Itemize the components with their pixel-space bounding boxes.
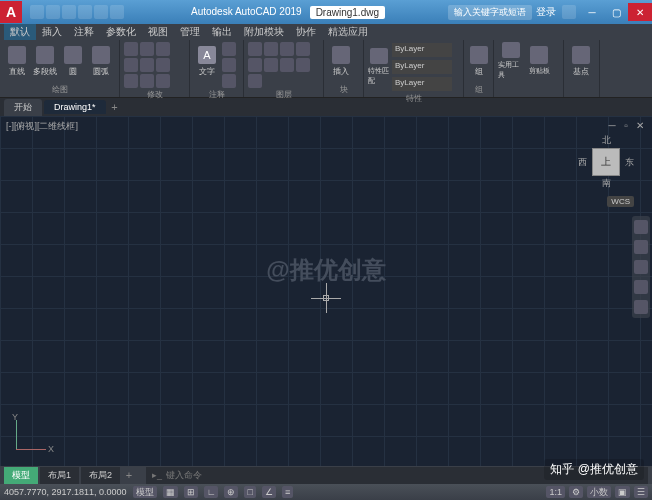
layout-tab-model[interactable]: 模型 [4,467,38,484]
tab-output[interactable]: 输出 [206,24,238,40]
minimize-button[interactable]: ─ [580,3,604,21]
tab-collab[interactable]: 协作 [290,24,322,40]
help-icon[interactable] [562,5,576,19]
search-input[interactable]: 输入关键字或短语 [448,5,532,20]
layer-match-icon[interactable] [248,74,262,88]
close-button[interactable]: ✕ [628,3,652,21]
status-grid-icon[interactable]: ▦ [163,486,178,498]
status-gear-icon[interactable]: ⚙ [569,486,583,498]
doc-tab-drawing1[interactable]: Drawing1* [44,100,106,114]
viewcube[interactable]: 上 北 南 西 东 [578,134,634,190]
layer-freeze-icon[interactable] [280,42,294,56]
nav-zoom-icon[interactable] [634,260,648,274]
line-tool[interactable]: 直线 [4,42,30,80]
nav-orbit-icon[interactable] [634,280,648,294]
group-tool[interactable]: 组 [468,42,489,80]
status-otrack-icon[interactable]: ∠ [262,486,276,498]
nav-wheel-icon[interactable] [634,220,648,234]
status-osnap-icon[interactable]: □ [244,486,255,498]
tab-view[interactable]: 视图 [142,24,174,40]
basepoint-tool[interactable]: 基点 [568,42,594,80]
tab-featured[interactable]: 精选应用 [322,24,374,40]
qat-new-icon[interactable] [30,5,44,19]
util-tool[interactable]: 实用工具 [498,42,524,80]
qat-print-icon[interactable] [110,5,124,19]
calc-icon [502,42,520,58]
clipboard-tool[interactable]: 剪贴板 [526,42,552,80]
arc-icon [92,46,110,64]
status-ortho-icon[interactable]: ∟ [204,486,219,498]
doc-restore-icon[interactable]: ▫ [620,120,632,132]
maximize-button[interactable]: ▢ [604,3,628,21]
layer-on-icon[interactable] [264,58,278,72]
scale-icon[interactable] [140,74,154,88]
text-tool[interactable]: A文字 [194,42,220,80]
copy-icon[interactable] [124,58,138,72]
layout-tab-2[interactable]: 布局2 [81,467,120,484]
trim-icon[interactable] [156,42,170,56]
layout-tab-1[interactable]: 布局1 [40,467,79,484]
user-login[interactable]: 登录 [536,5,556,19]
tab-parametric[interactable]: 参数化 [100,24,142,40]
status-decimal[interactable]: 小数 [587,486,611,498]
status-scale[interactable]: 1:1 [546,486,565,498]
qat-save-icon[interactable] [62,5,76,19]
viewcube-west[interactable]: 西 [578,156,587,169]
match-prop-tool[interactable]: 特性匹配 [368,48,390,86]
status-custom-icon[interactable]: ☰ [634,486,648,498]
rotate-icon[interactable] [140,42,154,56]
arc-tool[interactable]: 圆弧 [88,42,114,80]
mirror-icon[interactable] [140,58,154,72]
dim-icon[interactable] [222,42,236,56]
fillet-icon[interactable] [156,58,170,72]
viewcube-north[interactable]: 北 [602,134,611,147]
layer-prop-icon[interactable] [248,42,262,56]
qat-open-icon[interactable] [46,5,60,19]
status-iso-icon[interactable]: ▣ [615,486,630,498]
circle-tool[interactable]: 圆 [60,42,86,80]
viewcube-south[interactable]: 南 [602,177,611,190]
wcs-badge[interactable]: WCS [607,196,634,207]
table-icon[interactable] [222,74,236,88]
layer-thaw-icon[interactable] [280,58,294,72]
app-icon[interactable]: A [0,1,22,23]
polyline-tool[interactable]: 多段线 [32,42,58,80]
nav-pan-icon[interactable] [634,240,648,254]
stretch-icon[interactable] [124,74,138,88]
doc-close-icon[interactable]: ✕ [634,120,646,132]
qat-undo-icon[interactable] [78,5,92,19]
ucs-icon[interactable]: Y X [10,416,50,456]
qat-redo-icon[interactable] [94,5,108,19]
tab-insert[interactable]: 插入 [36,24,68,40]
status-snap-icon[interactable]: ⊞ [184,486,198,498]
layer-off-icon[interactable] [264,42,278,56]
move-icon[interactable] [124,42,138,56]
view-label[interactable]: [-][俯视][二维线框] [6,120,78,133]
status-model[interactable]: 模型 [133,486,157,498]
tab-annotate[interactable]: 注释 [68,24,100,40]
status-coords[interactable]: 4057.7770, 2917.1811, 0.0000 [4,487,127,497]
doc-minimize-icon[interactable]: ─ [606,120,618,132]
status-lwt-icon[interactable]: ≡ [282,486,293,498]
doc-tab-start[interactable]: 开始 [4,99,42,116]
add-layout-button[interactable]: + [122,468,136,482]
viewcube-east[interactable]: 东 [625,156,634,169]
nav-showmotion-icon[interactable] [634,300,648,314]
lineweight-combo[interactable]: ByLayer [392,77,452,91]
viewcube-top[interactable]: 上 [592,148,620,176]
drawing-canvas[interactable]: [-][俯视][二维线框] ─ ▫ ✕ @推优创意 Y X 上 北 南 西 东 … [0,116,652,466]
tab-default[interactable]: 默认 [4,24,36,40]
leader-icon[interactable] [222,58,236,72]
color-combo[interactable]: ByLayer [392,43,452,57]
add-tab-button[interactable]: + [108,100,122,114]
circle-icon [64,46,82,64]
status-polar-icon[interactable]: ⊕ [224,486,238,498]
layer-lock-icon[interactable] [296,42,310,56]
layer-iso-icon[interactable] [248,58,262,72]
layer-unlock-icon[interactable] [296,58,310,72]
linetype-combo[interactable]: ByLayer [392,60,452,74]
tab-manage[interactable]: 管理 [174,24,206,40]
array-icon[interactable] [156,74,170,88]
tab-addons[interactable]: 附加模块 [238,24,290,40]
insert-block-tool[interactable]: 插入 [328,42,354,80]
